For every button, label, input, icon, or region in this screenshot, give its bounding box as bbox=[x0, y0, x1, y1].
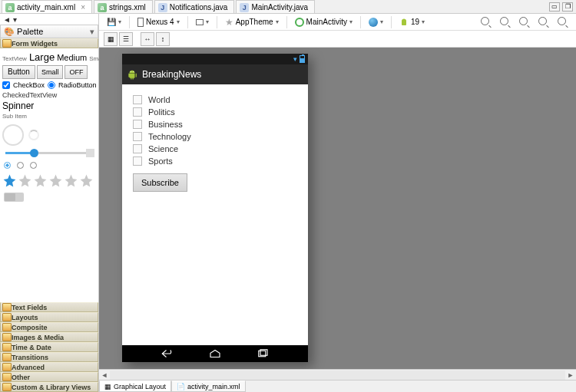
show-included-button[interactable]: ☰ bbox=[119, 32, 133, 46]
magnifier-minus-icon bbox=[538, 17, 549, 28]
widget-progress-small[interactable] bbox=[28, 130, 39, 140]
widget-subitem[interactable]: Sub Item bbox=[2, 113, 96, 120]
design-toolbar: 💾▾ Nexus 4▾ ▾ ★ AppTheme▾ MainActivity▾ bbox=[99, 14, 576, 31]
java-file-icon: J bbox=[158, 3, 167, 12]
toggle-height-button[interactable]: ↕ bbox=[156, 32, 170, 46]
checkbox-icon bbox=[133, 95, 142, 104]
theme-picker[interactable]: ★ AppTheme▾ bbox=[222, 15, 282, 29]
widget-spinner[interactable]: Spinner bbox=[2, 100, 96, 111]
activity-icon bbox=[295, 18, 304, 27]
checkbox-icon bbox=[133, 132, 142, 141]
widget-seekbar[interactable] bbox=[5, 152, 93, 154]
zoom-actual-button[interactable] bbox=[516, 15, 533, 29]
checkbox-science[interactable]: Science bbox=[133, 144, 297, 153]
checkbox-icon bbox=[133, 144, 142, 153]
tab-label: MainActivity.java bbox=[251, 3, 308, 12]
subscribe-button[interactable]: Subscribe bbox=[133, 173, 187, 192]
widget-radiogroup[interactable] bbox=[4, 162, 94, 169]
drawer-composite[interactable]: Composite bbox=[0, 322, 98, 332]
palette-header[interactable]: 🎨 Palette ▾ bbox=[0, 25, 98, 38]
widget-switch[interactable] bbox=[4, 193, 24, 202]
widget-checkedtextview[interactable]: CheckedTextView bbox=[2, 91, 96, 99]
toggle-width-button[interactable]: ↔ bbox=[141, 32, 154, 46]
star-icon bbox=[48, 173, 63, 188]
widget-radiobutton[interactable] bbox=[48, 81, 55, 89]
design-canvas[interactable]: ▾ BreakingNews World Politics Business T… bbox=[99, 48, 576, 380]
minimize-icon[interactable]: ▭ bbox=[549, 2, 560, 12]
zoom-fit-button[interactable] bbox=[478, 15, 495, 29]
widget-progress-large[interactable] bbox=[2, 124, 24, 146]
locale-picker[interactable]: ▾ bbox=[366, 15, 386, 29]
checkbox-world[interactable]: World bbox=[133, 95, 297, 104]
design-area: 💾▾ Nexus 4▾ ▾ ★ AppTheme▾ MainActivity▾ bbox=[99, 14, 576, 392]
device-picker[interactable]: Nexus 4▾ bbox=[134, 15, 183, 29]
orientation-picker[interactable]: ▾ bbox=[193, 15, 212, 29]
horizontal-scrollbar[interactable]: ◄ ► bbox=[99, 369, 576, 380]
zoom-in-button[interactable] bbox=[554, 15, 571, 29]
home-icon[interactable] bbox=[208, 348, 222, 359]
save-dropdown[interactable]: 💾▾ bbox=[104, 15, 124, 29]
drawer-layouts[interactable]: Layouts bbox=[0, 312, 98, 322]
checkbox-sports[interactable]: Sports bbox=[133, 156, 297, 166]
maximize-icon[interactable]: ❐ bbox=[562, 2, 573, 12]
activity-picker[interactable]: MainActivity▾ bbox=[292, 15, 356, 29]
star-icon: ★ bbox=[225, 17, 233, 28]
form-widgets-body: TextView Large Medium Small Button Small… bbox=[0, 48, 98, 208]
close-icon[interactable]: × bbox=[81, 3, 85, 12]
java-file-icon: J bbox=[240, 3, 249, 12]
editor-tab-strings[interactable]: a strings.xml bbox=[94, 0, 153, 13]
action-bar: BreakingNews bbox=[122, 64, 308, 84]
theme-label: AppTheme bbox=[236, 18, 273, 26]
zoom-out-button[interactable] bbox=[535, 15, 552, 29]
drawer-advanced[interactable]: Advanced bbox=[0, 362, 98, 372]
status-bar: ▾ bbox=[122, 54, 308, 64]
editor-tab-activity-main[interactable]: a activity_main.xml × bbox=[2, 0, 92, 13]
widget-medium-text[interactable]: Medium bbox=[57, 53, 87, 62]
checkbox-label: Technology bbox=[148, 132, 191, 141]
widget-checkbox[interactable] bbox=[2, 81, 10, 89]
scroll-right-icon[interactable]: ► bbox=[565, 371, 576, 379]
scroll-left-icon[interactable]: ◄ bbox=[99, 371, 110, 379]
svg-point-0 bbox=[131, 71, 131, 72]
editor-tab-mainactivity[interactable]: J MainActivity.java bbox=[236, 0, 315, 13]
palette-panel: ◄ ▾ 🎨 Palette ▾ Form Widgets TextView La… bbox=[0, 14, 99, 392]
magnifier-icon bbox=[500, 17, 511, 28]
device-label: Nexus 4 bbox=[146, 18, 174, 26]
checkbox-politics[interactable]: Politics bbox=[133, 107, 297, 117]
app-body[interactable]: World Politics Business Technology Scien… bbox=[122, 84, 308, 345]
checkbox-label: Science bbox=[148, 144, 178, 153]
widget-ratingbar[interactable] bbox=[2, 173, 96, 188]
magnifier-icon bbox=[481, 17, 492, 28]
checkbox-business[interactable]: Business bbox=[133, 120, 297, 129]
android-icon bbox=[127, 69, 137, 80]
palette-back-button[interactable]: ◄ ▾ bbox=[0, 14, 98, 25]
checkbox-icon bbox=[133, 120, 142, 129]
drawer-images-media[interactable]: Images & Media bbox=[0, 332, 98, 342]
radio-label: RadioButton bbox=[58, 81, 97, 89]
widget-toggle-off[interactable]: OFF bbox=[65, 65, 88, 79]
star-icon bbox=[33, 173, 48, 188]
drawer-form-widgets[interactable]: Form Widgets bbox=[0, 38, 98, 48]
drawer-text-fields[interactable]: Text Fields bbox=[0, 302, 98, 312]
drawer-other[interactable]: Other bbox=[0, 372, 98, 382]
tab-graphical-layout[interactable]: ▦ Graphical Layout bbox=[99, 380, 171, 392]
star-icon bbox=[18, 173, 32, 188]
widget-button[interactable]: Button bbox=[2, 65, 35, 79]
show-outline-button[interactable]: ▦ bbox=[104, 32, 118, 46]
widget-textview[interactable]: TextView bbox=[2, 55, 27, 62]
recents-icon[interactable] bbox=[256, 348, 270, 359]
chevron-down-icon[interactable]: ▾ bbox=[90, 27, 94, 37]
battery-icon bbox=[300, 55, 305, 63]
editor-tab-notifications[interactable]: J Notifications.java bbox=[154, 0, 235, 13]
tab-xml-source[interactable]: 📄 activity_main.xml bbox=[171, 380, 246, 392]
checkbox-technology[interactable]: Technology bbox=[133, 132, 297, 141]
drawer-time-date[interactable]: Time & Date bbox=[0, 342, 98, 352]
drawer-transitions[interactable]: Transitions bbox=[0, 352, 98, 362]
device-frame: ▾ BreakingNews World Politics Business T… bbox=[122, 54, 308, 362]
back-icon[interactable] bbox=[161, 348, 174, 359]
drawer-custom[interactable]: Custom & Library Views bbox=[0, 382, 98, 392]
widget-small-button[interactable]: Small bbox=[37, 65, 64, 79]
api-picker[interactable]: 19▾ bbox=[396, 15, 428, 29]
zoom-reset-button[interactable] bbox=[497, 15, 514, 29]
widget-large-text[interactable]: Large bbox=[29, 51, 55, 63]
